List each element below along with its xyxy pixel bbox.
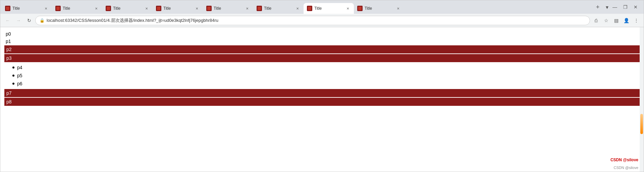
- tab-7[interactable]: Title✕: [354, 3, 404, 14]
- page-item-p5: p5: [17, 73, 22, 78]
- tab-title-1: Title: [63, 6, 92, 11]
- tab-0[interactable]: Title✕: [2, 3, 52, 14]
- url-text: localhost:63342/CSS/lesson01/4.层次选择器/ind…: [47, 17, 586, 24]
- page-item-p4: p4: [17, 65, 22, 70]
- menu-button[interactable]: ⋮: [632, 16, 641, 25]
- page-item-p0: p0: [4, 31, 640, 37]
- scrollbar-thumb[interactable]: [640, 114, 643, 134]
- tab-3[interactable]: Title✕: [153, 3, 203, 14]
- address-bar-actions: ⎙ ☆ ▤ 👤 ⋮: [591, 16, 641, 25]
- page-content: p0p1p2p3p4p5p6p7p8 CSDN @silove CSDN @si…: [0, 27, 644, 172]
- bullet-icon: [12, 75, 14, 77]
- tab-favicon-0: [5, 6, 10, 11]
- window-controls: — ❐ ✕: [610, 2, 642, 12]
- tab-close-4[interactable]: ✕: [245, 6, 250, 11]
- scrollbar[interactable]: [640, 27, 644, 172]
- page-item-p6: p6: [17, 81, 22, 86]
- share-button[interactable]: ⎙: [591, 16, 601, 25]
- minimize-button[interactable]: —: [610, 2, 619, 12]
- url-bar[interactable]: 🔒 localhost:63342/CSS/lesson01/4.层次选择器/i…: [35, 16, 590, 25]
- tab-close-1[interactable]: ✕: [94, 6, 99, 11]
- new-tab-button[interactable]: +: [593, 2, 602, 12]
- tab-bar-controls: + ▾: [593, 2, 610, 12]
- tab-close-5[interactable]: ✕: [295, 6, 300, 11]
- bullet-icon: [12, 67, 14, 69]
- profile-button[interactable]: 👤: [622, 16, 631, 25]
- tab-bar: Title✕Title✕Title✕Title✕Title✕Title✕Titl…: [0, 0, 644, 14]
- tab-favicon-4: [206, 6, 212, 11]
- list-item: p6: [4, 80, 640, 88]
- tab-title-6: Title: [314, 6, 343, 11]
- bookmark-button[interactable]: ☆: [601, 16, 611, 25]
- tab-favicon-7: [357, 6, 363, 11]
- bullet-icon: [12, 83, 14, 85]
- tab-favicon-5: [257, 6, 262, 11]
- page-item-p7: p7: [4, 89, 640, 97]
- page-item-p1: p1: [4, 38, 640, 45]
- tab-favicon-1: [55, 6, 61, 11]
- browser-window: Title✕Title✕Title✕Title✕Title✕Title✕Titl…: [0, 0, 644, 172]
- tab-favicon-3: [156, 6, 161, 11]
- tab-title-3: Title: [163, 6, 192, 11]
- csdn-badge: CSDN @silove: [613, 166, 638, 170]
- tab-title-7: Title: [365, 6, 393, 11]
- tab-close-6[interactable]: ✕: [345, 6, 351, 11]
- list-item: p4: [4, 63, 640, 72]
- maximize-button[interactable]: ❐: [621, 2, 630, 12]
- sidebar-toggle-button[interactable]: ▤: [611, 16, 621, 25]
- tab-6[interactable]: Title✕: [304, 3, 354, 14]
- page-item-p3: p3: [4, 54, 640, 62]
- tab-1[interactable]: Title✕: [52, 3, 102, 14]
- tab-close-2[interactable]: ✕: [144, 6, 149, 11]
- watermark: CSDN @silove: [610, 158, 638, 162]
- page-item-p2: p2: [4, 45, 640, 53]
- tab-title-4: Title: [214, 6, 243, 11]
- tab-title-2: Title: [113, 6, 142, 11]
- tab-5[interactable]: Title✕: [253, 3, 304, 14]
- list-section: p4p5p6: [4, 63, 640, 88]
- tab-close-3[interactable]: ✕: [194, 6, 200, 11]
- tab-4[interactable]: Title✕: [203, 3, 253, 14]
- tab-favicon-2: [106, 6, 111, 11]
- address-bar: ← → ↻ 🔒 localhost:63342/CSS/lesson01/4.层…: [0, 14, 644, 27]
- tab-2[interactable]: Title✕: [102, 3, 153, 14]
- tab-overflow-button[interactable]: ▾: [604, 2, 610, 12]
- tab-title-5: Title: [264, 6, 293, 11]
- close-button[interactable]: ✕: [632, 2, 640, 12]
- tab-close-0[interactable]: ✕: [43, 6, 49, 11]
- tab-title-0: Title: [12, 6, 41, 11]
- back-button[interactable]: ←: [3, 16, 12, 25]
- forward-button[interactable]: →: [14, 16, 23, 25]
- reload-button[interactable]: ↻: [24, 16, 34, 25]
- tab-favicon-6: [307, 6, 312, 11]
- lock-icon: 🔒: [40, 18, 45, 23]
- page-item-p8: p8: [4, 98, 640, 106]
- tab-close-7[interactable]: ✕: [395, 6, 401, 11]
- list-item: p5: [4, 72, 640, 80]
